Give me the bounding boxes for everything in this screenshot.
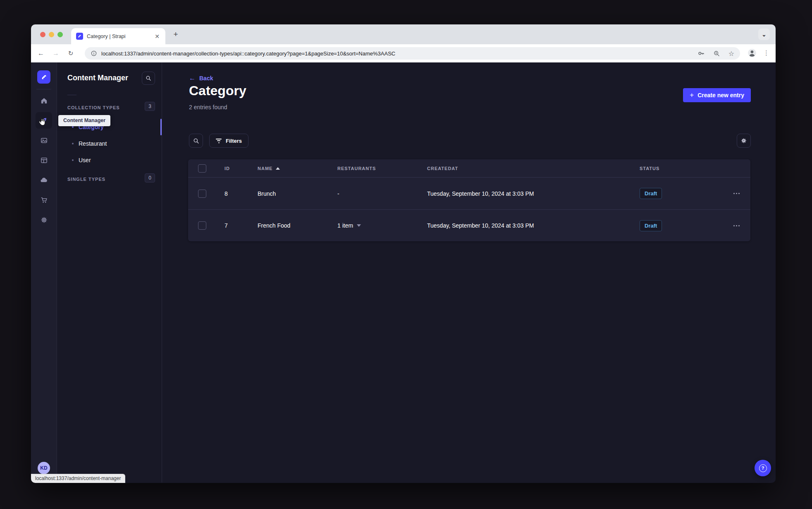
back-arrow-icon: ←: [189, 74, 196, 82]
media-library-icon[interactable]: [38, 134, 50, 146]
entries-table: ID NAME RESTAURANTS CREATEDAT STATUS 8 B…: [188, 159, 750, 241]
browser-back-button[interactable]: ←: [36, 49, 45, 58]
cell-name: French Food: [258, 222, 337, 229]
single-types-count-badge: 0: [145, 173, 155, 182]
page-title: Category: [189, 83, 246, 98]
cell-id: 8: [224, 190, 258, 197]
single-types-label: SINGLE TYPES: [67, 177, 105, 182]
cell-createdat: Tuesday, September 10, 2024 at 3:03 PM: [427, 222, 640, 229]
table-header-row: ID NAME RESTAURANTS CREATEDAT STATUS: [188, 159, 750, 178]
column-header-id[interactable]: ID: [224, 166, 258, 171]
column-header-name-label: NAME: [258, 166, 272, 171]
cell-createdat: Tuesday, September 10, 2024 at 3:03 PM: [427, 190, 640, 197]
mouse-cursor-pointer-icon: [37, 117, 46, 127]
address-bar[interactable]: localhost:1337/admin/content-manager/col…: [85, 47, 740, 60]
window-close-button[interactable]: [40, 32, 45, 37]
filters-button[interactable]: Filters: [209, 134, 248, 148]
view-settings-button[interactable]: [737, 134, 751, 148]
cloud-icon[interactable]: [38, 174, 50, 186]
collection-types-count-badge: 3: [145, 102, 155, 111]
bullet-icon: [72, 126, 74, 128]
zoom-icon[interactable]: [713, 50, 720, 57]
row-actions-button[interactable]: [733, 223, 740, 229]
status-badge: Draft: [640, 220, 662, 231]
content-type-builder-icon[interactable]: [38, 154, 50, 166]
subnav-search-button[interactable]: [142, 72, 155, 85]
select-all-checkbox[interactable]: [198, 164, 206, 173]
password-key-icon[interactable]: [697, 50, 705, 57]
url-text[interactable]: localhost:1337/admin/content-manager/col…: [101, 50, 697, 57]
cell-restaurants-expandable[interactable]: 1 item: [337, 222, 427, 229]
table-row[interactable]: 8 Brunch - Tuesday, September 10, 2024 a…: [188, 178, 750, 209]
column-header-createdat: CREATEDAT: [427, 166, 640, 171]
collection-types-label: COLLECTION TYPES: [67, 105, 120, 110]
collection-types-list: Category Restaurant User: [57, 119, 162, 168]
browser-menu-icon[interactable]: ⋮: [763, 49, 770, 57]
row-checkbox[interactable]: [198, 190, 206, 198]
strapi-logo-icon[interactable]: [37, 70, 50, 84]
entries-count: 2 entries found: [189, 104, 227, 110]
sidebar-item-restaurant[interactable]: Restaurant: [57, 135, 162, 152]
filter-icon: [216, 139, 222, 143]
create-new-entry-button[interactable]: + Create new entry: [683, 88, 751, 102]
row-checkbox[interactable]: [198, 221, 206, 230]
cell-name: Brunch: [258, 190, 337, 197]
subnav-title: Content Manager: [67, 74, 128, 82]
question-mark-icon: ?: [759, 464, 767, 472]
cell-id: 7: [224, 222, 258, 229]
site-info-icon[interactable]: [91, 50, 97, 57]
tab-title: Category | Strapi: [87, 34, 154, 39]
sidebar-item-label: Restaurant: [79, 140, 107, 147]
table-search-button[interactable]: [189, 134, 203, 148]
settings-gear-icon[interactable]: [38, 214, 50, 226]
row-actions-button[interactable]: [733, 190, 740, 197]
tab-close-icon[interactable]: ✕: [154, 33, 160, 40]
back-label: Back: [199, 75, 213, 82]
strapi-app: KD Content Manager COLLECTION TYPES 3 Ca…: [31, 62, 776, 483]
browser-window: Category | Strapi ✕ + ⌄ ← → ↻ localhost:…: [31, 24, 776, 483]
help-button[interactable]: ?: [755, 460, 771, 476]
status-badge: Draft: [640, 188, 662, 199]
back-link[interactable]: ← Back: [189, 74, 213, 82]
nav-tooltip: Content Manager: [58, 115, 110, 126]
tab-strip: Category | Strapi ✕ + ⌄: [31, 24, 776, 44]
restaurants-count-label: 1 item: [337, 222, 353, 229]
home-icon[interactable]: [38, 95, 50, 106]
new-tab-button[interactable]: +: [171, 29, 181, 39]
bookmark-star-icon[interactable]: ☆: [728, 50, 734, 58]
main-content: ← Back Category 2 entries found + Create…: [162, 62, 776, 483]
sort-ascending-icon: [276, 167, 280, 170]
column-header-restaurants: RESTAURANTS: [337, 166, 427, 171]
cell-restaurants: -: [337, 190, 427, 197]
filters-label: Filters: [226, 138, 242, 144]
sidebar-item-label: User: [79, 157, 91, 163]
strapi-favicon-icon: [76, 33, 83, 40]
window-maximize-button[interactable]: [57, 32, 63, 37]
browser-profile-icon[interactable]: [748, 48, 757, 58]
column-header-status: STATUS: [640, 166, 722, 171]
window-controls: [40, 32, 63, 37]
chevron-down-icon: [357, 224, 361, 227]
plus-icon: +: [690, 91, 694, 99]
rail-divider: [36, 89, 51, 89]
browser-toolbar: ← → ↻ localhost:1337/admin/content-manag…: [31, 44, 776, 62]
bullet-icon: [72, 143, 74, 144]
tab-search-chevron-icon[interactable]: ⌄: [758, 29, 770, 40]
browser-status-bar: localhost:1337/admin/content-manager: [31, 474, 125, 483]
marketplace-cart-icon[interactable]: [38, 194, 50, 206]
sidebar-item-user[interactable]: User: [57, 152, 162, 168]
active-item-indicator: [160, 119, 162, 135]
table-row[interactable]: 7 French Food 1 item Tuesday, September …: [188, 209, 750, 241]
bullet-icon: [72, 159, 74, 161]
browser-tab[interactable]: Category | Strapi ✕: [71, 28, 165, 44]
column-header-name[interactable]: NAME: [258, 166, 337, 171]
browser-forward-button[interactable]: →: [51, 49, 60, 58]
window-minimize-button[interactable]: [49, 32, 54, 37]
user-avatar[interactable]: KD: [38, 462, 50, 474]
create-button-label: Create new entry: [697, 92, 744, 98]
subnav-divider: [67, 95, 76, 95]
browser-reload-button[interactable]: ↻: [66, 49, 75, 58]
